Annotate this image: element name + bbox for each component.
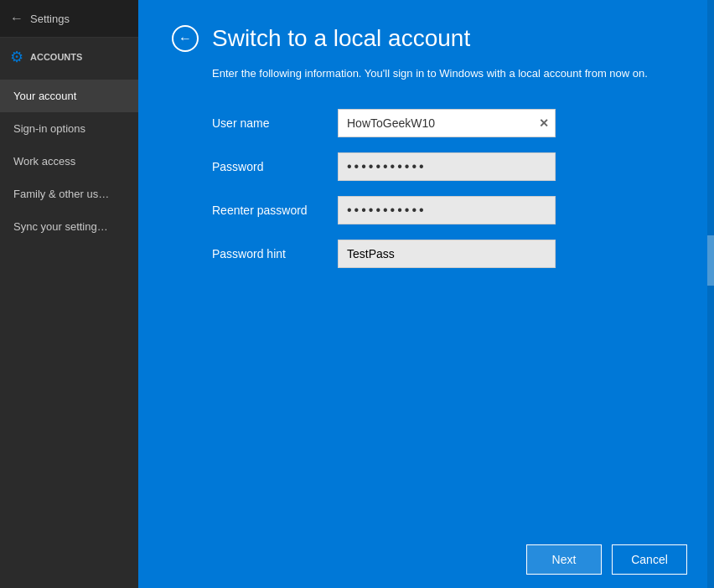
settings-sidebar: ← Settings ⚙ ACCOUNTS Your account Sign-… xyxy=(0,0,138,588)
sidebar-item-your-account[interactable]: Your account xyxy=(0,80,138,112)
desktop: Recycle Bin ← Settings ⚙ ACCOUNTS Your a… xyxy=(0,0,714,588)
hint-input-wrapper xyxy=(338,240,556,268)
scrollbar-track xyxy=(707,0,714,588)
password-input[interactable] xyxy=(338,152,556,181)
username-row: User name ✕ xyxy=(212,109,680,137)
username-input-wrapper: ✕ xyxy=(338,109,556,137)
password-hint-input[interactable] xyxy=(338,240,556,268)
password-hint-row: Password hint xyxy=(212,240,680,268)
gear-icon: ⚙ xyxy=(10,48,23,66)
reenter-password-row: Reenter password xyxy=(212,196,680,224)
dialog-back-button[interactable]: ← xyxy=(172,25,199,52)
password-input-wrapper xyxy=(338,152,556,181)
sidebar-item-family-other[interactable]: Family & other us… xyxy=(0,178,138,210)
switch-local-account-dialog: ← Switch to a local account Enter the fo… xyxy=(138,0,714,588)
sidebar-item-sync-settings[interactable]: Sync your setting… xyxy=(0,210,138,243)
reenter-password-input[interactable] xyxy=(338,196,556,224)
dialog-body: ← Switch to a local account Enter the fo… xyxy=(138,0,714,531)
accounts-label: ACCOUNTS xyxy=(30,52,82,62)
settings-header: ← Settings xyxy=(0,0,138,38)
form-area: User name ✕ Password Reenter password xyxy=(212,109,680,268)
reenter-password-label: Reenter password xyxy=(212,204,338,217)
sidebar-item-work-access[interactable]: Work access xyxy=(0,145,138,178)
sidebar-item-sign-in-options[interactable]: Sign-in options xyxy=(0,112,138,145)
settings-title: Settings xyxy=(30,13,70,25)
dialog-footer: Next Cancel xyxy=(138,531,714,588)
password-row: Password xyxy=(212,152,680,181)
username-input[interactable] xyxy=(338,109,556,137)
password-hint-label: Password hint xyxy=(212,247,338,260)
sidebar-nav: Your account Sign-in options Work access… xyxy=(0,80,138,243)
reenter-password-input-wrapper xyxy=(338,196,556,224)
clear-username-button[interactable]: ✕ xyxy=(537,116,551,130)
cancel-button[interactable]: Cancel xyxy=(612,544,687,575)
dialog-title-row: ← Switch to a local account xyxy=(172,25,680,52)
back-arrow-icon: ← xyxy=(178,31,192,46)
dialog-description: Enter the following information. You'll … xyxy=(212,65,680,82)
username-label: User name xyxy=(212,116,338,130)
next-button[interactable]: Next xyxy=(526,544,602,575)
dialog-title: Switch to a local account xyxy=(212,25,470,52)
scrollbar-thumb[interactable] xyxy=(707,235,714,286)
password-label: Password xyxy=(212,160,338,173)
accounts-section-header: ⚙ ACCOUNTS xyxy=(0,38,138,76)
settings-back-button[interactable]: ← xyxy=(10,11,23,26)
